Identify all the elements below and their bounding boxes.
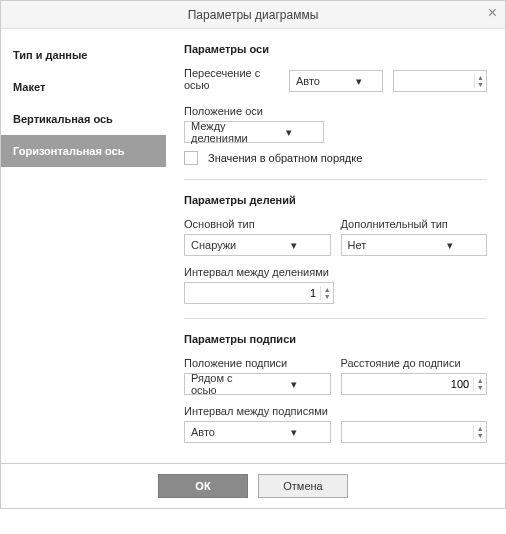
spin-down-icon[interactable]: ▼	[474, 432, 486, 439]
sidebar-item-label: Макет	[13, 81, 45, 93]
label-interval-label: Интервал между подписями	[184, 405, 487, 417]
axis-position-label: Положение оси	[184, 105, 487, 117]
chevron-down-icon: ▾	[257, 378, 330, 391]
label-interval-input[interactable]: ▲▼	[341, 421, 488, 443]
section-ticks-title: Параметры делений	[184, 194, 487, 206]
chevron-down-icon: ▾	[336, 75, 383, 88]
axis-position-value: Между делениями	[185, 120, 254, 144]
sidebar-item-layout[interactable]: Макет	[1, 71, 166, 103]
spin-up-icon[interactable]: ▲	[474, 425, 486, 432]
label-distance-label: Расстояние до подписи	[341, 357, 488, 369]
chevron-down-icon: ▾	[254, 126, 323, 139]
sidebar-item-horizontal-axis[interactable]: Горизонтальная ось	[1, 135, 166, 167]
close-icon[interactable]: ×	[488, 5, 497, 21]
divider	[184, 179, 487, 180]
major-type-label: Основной тип	[184, 218, 331, 230]
ok-button[interactable]: ОК	[158, 474, 248, 498]
sidebar-item-label: Вертикальная ось	[13, 113, 113, 125]
sidebar-item-label: Горизонтальная ось	[13, 145, 124, 157]
cross-label: Пересечение с осью	[184, 67, 279, 91]
spin-up-icon[interactable]: ▲	[321, 286, 333, 293]
content-panel: Параметры оси Пересечение с осью Авто ▾ …	[166, 29, 505, 463]
major-type-select[interactable]: Снаружи ▾	[184, 234, 331, 256]
cross-num-field[interactable]	[394, 75, 474, 87]
label-interval-field[interactable]	[342, 426, 474, 438]
spin-down-icon[interactable]: ▼	[321, 293, 333, 300]
chevron-down-icon: ▾	[413, 239, 486, 252]
chevron-down-icon: ▾	[257, 239, 330, 252]
divider	[184, 318, 487, 319]
axis-position-select[interactable]: Между делениями ▾	[184, 121, 324, 143]
cross-select[interactable]: Авто ▾	[289, 70, 383, 92]
section-axis-title: Параметры оси	[184, 43, 487, 55]
spin-up-icon[interactable]: ▲	[474, 377, 486, 384]
spinner[interactable]: ▲▼	[320, 286, 333, 300]
sidebar: Тип и данные Макет Вертикальная ось Гори…	[1, 29, 166, 463]
spin-down-icon[interactable]: ▼	[474, 384, 486, 391]
chevron-down-icon: ▾	[257, 426, 330, 439]
cross-num-input[interactable]: ▲▼	[393, 70, 487, 92]
label-interval-mode-value: Авто	[185, 426, 257, 438]
dialog-title: Параметры диаграммы	[188, 8, 319, 22]
spinner[interactable]: ▲▼	[473, 377, 486, 391]
spin-down-icon[interactable]: ▼	[475, 81, 486, 88]
cross-select-value: Авто	[290, 75, 336, 87]
chart-settings-dialog: Параметры диаграммы × Тип и данные Макет…	[0, 0, 506, 509]
minor-type-value: Нет	[342, 239, 414, 251]
label-position-value: Рядом с осью	[185, 372, 257, 396]
major-type-value: Снаружи	[185, 239, 257, 251]
sidebar-item-type-data[interactable]: Тип и данные	[1, 39, 166, 71]
minor-type-label: Дополнительный тип	[341, 218, 488, 230]
titlebar: Параметры диаграммы ×	[1, 1, 505, 29]
label-interval-mode-select[interactable]: Авто ▾	[184, 421, 331, 443]
label-distance-field[interactable]	[342, 378, 474, 390]
label-distance-input[interactable]: ▲▼	[341, 373, 488, 395]
minor-type-select[interactable]: Нет ▾	[341, 234, 488, 256]
spinner[interactable]: ▲▼	[473, 425, 486, 439]
tick-interval-input[interactable]: ▲▼	[184, 282, 334, 304]
sidebar-item-vertical-axis[interactable]: Вертикальная ось	[1, 103, 166, 135]
spinner[interactable]: ▲▼	[474, 74, 486, 88]
reverse-checkbox[interactable]	[184, 151, 198, 165]
label-position-label: Положение подписи	[184, 357, 331, 369]
label-position-select[interactable]: Рядом с осью ▾	[184, 373, 331, 395]
footer: ОК Отмена	[1, 463, 505, 508]
tick-interval-field[interactable]	[185, 287, 320, 299]
spin-up-icon[interactable]: ▲	[475, 74, 486, 81]
section-labels-title: Параметры подписи	[184, 333, 487, 345]
reverse-label: Значения в обратном порядке	[208, 152, 362, 164]
cancel-button[interactable]: Отмена	[258, 474, 348, 498]
tick-interval-label: Интервал между делениями	[184, 266, 487, 278]
sidebar-item-label: Тип и данные	[13, 49, 87, 61]
